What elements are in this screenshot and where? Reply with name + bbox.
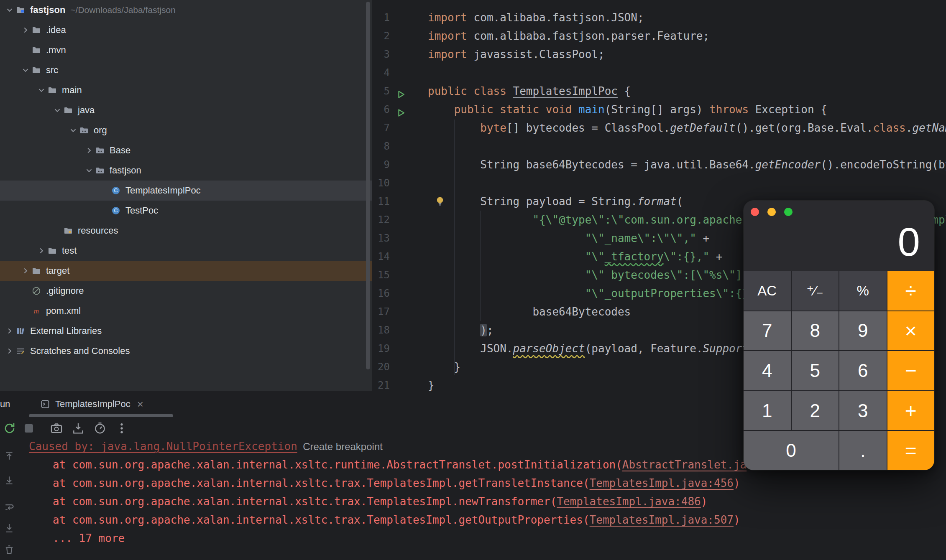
intention-bulb-icon[interactable]: [434, 195, 446, 207]
line-number[interactable]: 9: [372, 155, 418, 174]
calc-button-0[interactable]: 0: [744, 431, 839, 470]
line-number[interactable]: 3: [372, 45, 418, 64]
calc-button-plus[interactable]: +: [887, 391, 935, 430]
tree-item-gitignore[interactable]: .gitignore: [0, 281, 372, 301]
tree-item-fastjson[interactable]: fastjson: [0, 160, 372, 181]
line-number[interactable]: 15: [372, 266, 418, 284]
stop-icon[interactable]: [22, 421, 37, 436]
code-line-6[interactable]: public static void main(String[] args) t…: [428, 100, 946, 119]
clear-icon[interactable]: [3, 544, 15, 555]
tree-item-src[interactable]: src: [0, 60, 372, 80]
stacktrace-link[interactable]: TemplatesImpl.java:486: [557, 495, 701, 508]
tree-item-fastjson[interactable]: fastjson~/Downloads/Jaba/fastjson: [0, 0, 372, 20]
chevron-down-icon[interactable]: [4, 5, 15, 15]
line-number[interactable]: 20: [372, 358, 418, 376]
profiler-icon[interactable]: [93, 421, 108, 436]
code-line-1[interactable]: import com.alibaba.fastjson.JSON;: [428, 8, 946, 27]
line-number[interactable]: 12: [372, 211, 418, 229]
calc-button-6[interactable]: 6: [839, 351, 887, 390]
line-number[interactable]: 10: [372, 174, 418, 192]
code-line-2[interactable]: import com.alibaba.fastjson.parser.Featu…: [428, 27, 946, 45]
calc-button-3[interactable]: 3: [839, 391, 887, 430]
chevron-right-icon[interactable]: [4, 346, 15, 356]
calc-button-minus[interactable]: −: [887, 351, 935, 390]
tree-item-target[interactable]: target: [0, 261, 372, 281]
line-number[interactable]: 21: [372, 376, 418, 391]
chevron-down-icon[interactable]: [36, 85, 47, 96]
next-frame-icon[interactable]: [3, 474, 15, 486]
rerun-icon[interactable]: [3, 421, 18, 436]
line-number[interactable]: 2: [372, 27, 418, 45]
tree-item-testpoc[interactable]: CTestPoc: [0, 201, 372, 221]
line-number[interactable]: 14: [372, 247, 418, 266]
stacktrace-link[interactable]: TemplatesImpl.java:456: [590, 477, 734, 489]
tree-item-java[interactable]: java: [0, 100, 372, 120]
line-number[interactable]: 1: [372, 8, 418, 27]
editor-gutter[interactable]: 123456789101112131415161718192021: [372, 8, 418, 391]
line-number[interactable]: 4: [372, 64, 418, 82]
zoom-window-icon[interactable]: [784, 208, 793, 216]
tree-item-templatesimplpoc[interactable]: CTemplatesImplPoc: [0, 181, 372, 201]
horizontal-scrollbar[interactable]: [29, 414, 173, 417]
tree-item-org[interactable]: org: [0, 120, 372, 140]
stacktrace-link[interactable]: TemplatesImpl.java:507: [590, 514, 734, 526]
close-window-icon[interactable]: [751, 208, 759, 216]
calc-button-divide[interactable]: ÷: [887, 271, 935, 311]
line-number[interactable]: 7: [372, 119, 418, 137]
tree-item-main[interactable]: main: [0, 80, 372, 100]
calc-button-2[interactable]: 2: [792, 391, 839, 430]
tree-item-test[interactable]: test: [0, 241, 372, 261]
tree-item-idea[interactable]: .idea: [0, 20, 372, 40]
line-number[interactable]: 8: [372, 137, 418, 155]
calc-button-multiply[interactable]: ×: [887, 311, 935, 351]
calc-button-4[interactable]: 4: [744, 351, 791, 390]
calculator-window[interactable]: 0 AC⁺∕₋%÷789×456−123+0.=: [744, 201, 934, 470]
code-line-4[interactable]: [428, 64, 946, 82]
camera-icon[interactable]: [49, 421, 64, 436]
line-number[interactable]: 19: [372, 339, 418, 358]
calc-button-5[interactable]: 5: [792, 351, 839, 390]
scroll-end-icon[interactable]: [3, 522, 15, 534]
calc-button-7[interactable]: 7: [744, 311, 791, 351]
close-tab-icon[interactable]: ×: [137, 399, 143, 409]
line-number[interactable]: 16: [372, 284, 418, 303]
calc-button-decimal[interactable]: .: [839, 431, 887, 470]
tree-item-external-libraries[interactable]: External Libraries: [0, 321, 372, 341]
calc-button-equals[interactable]: =: [887, 431, 935, 470]
soft-wrap-icon[interactable]: [3, 501, 15, 513]
line-number[interactable]: 5: [372, 82, 418, 100]
chevron-right-icon[interactable]: [20, 265, 31, 276]
calc-button-8[interactable]: 8: [792, 311, 839, 351]
calc-button-1[interactable]: 1: [744, 391, 791, 430]
calc-button-9[interactable]: 9: [839, 311, 887, 351]
run-gutter-icon[interactable]: [396, 105, 406, 114]
calc-button-percent[interactable]: %: [839, 271, 887, 311]
tree-scrollbar[interactable]: [366, 2, 370, 369]
minimize-window-icon[interactable]: [767, 208, 776, 216]
line-number[interactable]: 17: [372, 303, 418, 321]
calc-button-plus-minus[interactable]: ⁺∕₋: [792, 271, 839, 311]
stacktrace-link[interactable]: AbstractTranslet.ja: [622, 458, 747, 471]
code-line-10[interactable]: [428, 174, 946, 192]
more-icon[interactable]: [115, 421, 130, 436]
calc-button-ac[interactable]: AC: [744, 271, 791, 311]
tree-item-mvn[interactable]: .mvn: [0, 40, 372, 60]
chevron-right-icon[interactable]: [4, 326, 15, 336]
code-line-5[interactable]: public class TemplatesImplPoc {: [428, 82, 946, 100]
tree-item-resources[interactable]: resources: [0, 221, 372, 241]
chevron-down-icon[interactable]: [68, 125, 79, 136]
tree-item-scratches-and-consoles[interactable]: Scratches and Consoles: [0, 341, 372, 361]
line-number[interactable]: 18: [372, 321, 418, 339]
code-line-8[interactable]: [428, 137, 946, 155]
chevron-right-icon[interactable]: [84, 145, 95, 156]
code-line-3[interactable]: import javassist.ClassPool;: [428, 45, 946, 64]
line-number[interactable]: 6: [372, 100, 418, 119]
import-icon[interactable]: [71, 421, 86, 436]
chevron-right-icon[interactable]: [20, 25, 31, 36]
tree-item-pom-xml[interactable]: mpom.xml: [0, 301, 372, 321]
chevron-down-icon[interactable]: [84, 165, 95, 176]
chevron-down-icon[interactable]: [52, 105, 63, 116]
run-gutter-icon[interactable]: [396, 87, 406, 96]
tree-item-base[interactable]: Base: [0, 140, 372, 160]
chevron-right-icon[interactable]: [36, 245, 47, 256]
